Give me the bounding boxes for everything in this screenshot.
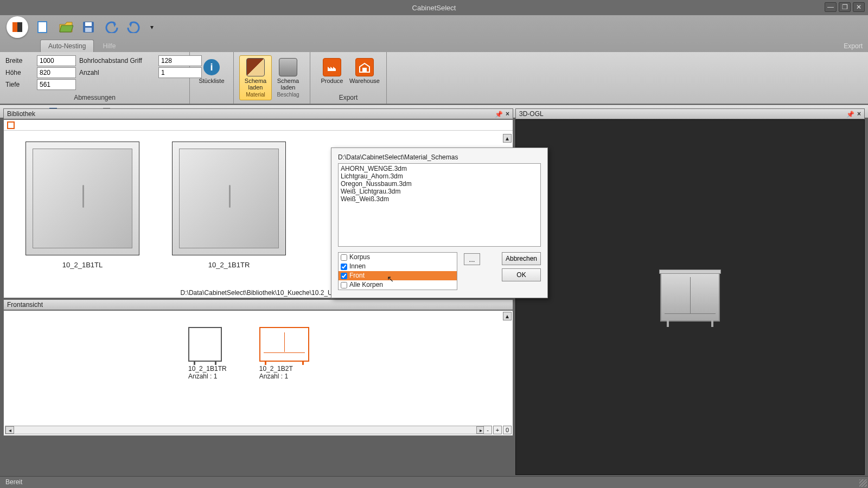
quick-access-toolbar: ▾ (0, 15, 868, 39)
schema-label-2: Schema laden (273, 78, 303, 91)
filter-icon[interactable] (7, 121, 15, 129)
warehouse-label: Warehouse (349, 78, 380, 84)
checkbox-alle-korpen[interactable]: Alle Korpen (339, 280, 457, 290)
titlebar: CabinetSelect — ❐ ✕ (0, 0, 868, 15)
list-item[interactable]: Lichtgrau_Ahorn.3dm (340, 172, 539, 180)
scroll-left-icon[interactable]: ◂ (5, 426, 14, 434)
save-icon[interactable] (80, 19, 97, 35)
front-item-selected[interactable]: 10_2_1B2T Anzahl : 1 (259, 327, 309, 380)
undo-icon[interactable] (103, 19, 119, 35)
pin-icon[interactable]: 📌 (846, 111, 853, 117)
open-icon[interactable] (58, 19, 74, 35)
beschlag-icon (279, 58, 297, 76)
checkbox-korpus[interactable]: Korpus (339, 253, 457, 262)
new-icon[interactable] (35, 19, 51, 35)
redo-icon[interactable] (126, 19, 142, 35)
list-item[interactable]: Oregon_Nussbaum.3dm (340, 180, 539, 188)
label-tiefe: Tiefe (5, 81, 34, 88)
input-hoehe[interactable] (37, 67, 76, 78)
schema-laden-beschlag-button[interactable]: Schema laden Beschlag (272, 55, 304, 100)
front-item-thumbnail (259, 327, 309, 362)
svg-rect-3 (85, 28, 92, 32)
cabinet-3d-model (660, 273, 720, 322)
schema-sub-material: Material (246, 92, 265, 98)
apply-to-list: Korpus Innen Front Alle Korpen (338, 252, 457, 290)
svg-rect-0 (38, 22, 47, 33)
library-item[interactable]: 10_2_1B1TR (172, 142, 286, 269)
schema-sub-beschlag: Beschlag (277, 92, 299, 98)
cabinet-thumbnail (25, 142, 139, 255)
svg-rect-2 (85, 22, 92, 26)
produce-icon (323, 58, 341, 76)
qat-dropdown-icon[interactable]: ▾ (149, 19, 155, 35)
status-text: Bereit (5, 478, 22, 486)
group-title-export: Export (316, 93, 381, 102)
library-item-label: 10_2_1B1TL (25, 261, 139, 269)
3d-viewport[interactable] (515, 119, 865, 475)
front-item-label: 10_2_1B2T (259, 365, 309, 373)
schema-file-list[interactable]: AHORN_WENGE.3dm Lichtgrau_Ahorn.3dm Oreg… (338, 163, 541, 247)
checkbox-innen[interactable]: Innen (339, 262, 457, 271)
schema-laden-material-button[interactable]: Schema laden Material (239, 55, 272, 100)
stueckliste-button[interactable]: i Stückliste (195, 55, 228, 87)
minimize-button[interactable]: — (825, 2, 837, 12)
warehouse-icon (355, 58, 374, 76)
warehouse-button[interactable]: Warehouse (348, 55, 381, 87)
zoom-value[interactable]: 0 (503, 426, 512, 434)
list-item[interactable]: AHORN_WENGE.3dm (340, 165, 539, 172)
browse-button[interactable]: ... (464, 253, 480, 265)
label-breite: Breite (5, 57, 34, 65)
zoom-plus-button[interactable]: + (493, 426, 502, 434)
group-title-abmessungen: Abmessungen (5, 93, 184, 102)
frontansicht-panel: Frontansicht ▴ 10_2_1B1TR Anzahl : 1 10_… (3, 299, 513, 436)
ribbon-container: ▾ Auto-Nesting Hilfe Export Breite Bohrl… (0, 15, 868, 105)
frontansicht-title: Frontansicht (7, 301, 43, 309)
zoom-minus-button[interactable]: - (483, 426, 492, 434)
input-tiefe[interactable] (37, 79, 76, 90)
export-link[interactable]: Export (844, 42, 863, 52)
schema-label-1: Schema laden (241, 78, 270, 91)
scroll-up-button[interactable]: ▴ (503, 312, 512, 320)
front-item-label: 10_2_1B1TR (188, 365, 227, 373)
list-item[interactable]: Weiß_Lichtgrau.3dm (340, 188, 539, 195)
status-bar: Bereit (0, 476, 868, 488)
checkbox-front[interactable]: Front (339, 271, 457, 280)
ribbon: Breite Bohrlochabstand Griff Höhe Anzahl… (0, 52, 868, 104)
label-bohrloch: Bohrlochabstand Griff (79, 57, 155, 65)
window-title: CabinetSelect (412, 4, 456, 12)
front-item-qty: Anzahl : 1 (188, 373, 227, 380)
maximize-button[interactable]: ❐ (839, 2, 851, 12)
produce-button[interactable]: Produce (316, 55, 348, 87)
panel-close-icon[interactable]: × (857, 110, 861, 118)
app-logo[interactable] (7, 16, 28, 38)
ribbon-group-stueckliste: i Stückliste (190, 52, 234, 104)
close-button[interactable]: ✕ (853, 2, 865, 12)
tab-hilfe[interactable]: Hilfe (95, 40, 123, 52)
3d-viewport-panel: 3D-OGL 📌 × (515, 108, 865, 475)
front-item-thumbnail (188, 327, 222, 362)
produce-label: Produce (321, 78, 343, 84)
panel-close-icon[interactable]: × (506, 110, 509, 118)
library-item[interactable]: 10_2_1B1TL (25, 142, 139, 269)
tab-auto-nesting[interactable]: Auto-Nesting (40, 40, 94, 52)
pin-icon[interactable]: 📌 (495, 111, 501, 117)
library-item-label: 10_2_1B1TR (172, 261, 286, 269)
bibliothek-title: Bibliothek (7, 110, 35, 118)
material-schema-dialog: D:\Data\CabinetSelect\Material_Schemas A… (331, 147, 548, 298)
resize-grip[interactable] (859, 479, 867, 487)
horizontal-scrollbar[interactable]: ◂ ▸ (5, 426, 486, 434)
cabinet-thumbnail (172, 142, 286, 255)
material-icon (246, 58, 265, 76)
ribbon-tabs: Auto-Nesting Hilfe Export (0, 39, 868, 52)
library-path: D:\Data\CabinetSelect\Bibliothek\10_Kuec… (181, 289, 336, 297)
label-hoehe: Höhe (5, 69, 34, 76)
ribbon-group-abmessungen: Breite Bohrlochabstand Griff Höhe Anzahl… (0, 52, 190, 104)
cancel-button[interactable]: Abbrechen (502, 252, 541, 265)
ribbon-group-export: Produce Warehouse Export (310, 52, 387, 104)
list-item[interactable]: Weiß_Weiß.3dm (340, 195, 539, 203)
front-item[interactable]: 10_2_1B1TR Anzahl : 1 (188, 327, 227, 380)
scroll-up-button[interactable]: ▴ (503, 134, 512, 143)
input-breite[interactable] (37, 55, 76, 66)
svg-rect-4 (362, 68, 367, 72)
ok-button[interactable]: OK (502, 268, 541, 281)
